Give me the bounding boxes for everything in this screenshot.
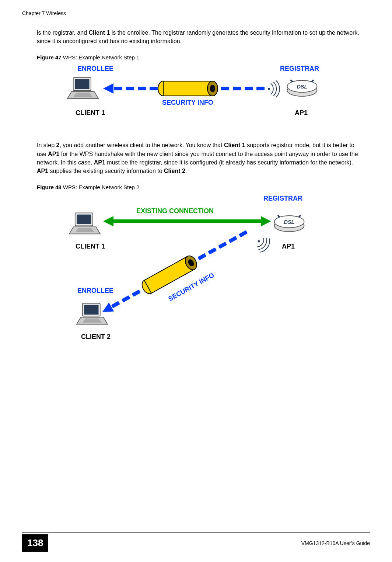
text-bold: Client 1 [89,30,110,36]
tube-icon [157,80,219,97]
svg-text:DSL: DSL [284,219,295,225]
wifi-icon [265,80,284,98]
laptop-icon [68,211,101,237]
green-line [113,219,261,223]
client1-label: CLIENT 1 [76,243,105,250]
svg-point-7 [210,85,215,92]
dashed-line [197,230,248,260]
guide-name: VMG1312-B10A User’s Guide [301,540,370,546]
wifi-icon [251,232,276,257]
figure-number: Figure 48 [37,184,62,190]
laptop-icon [66,76,99,102]
svg-rect-1 [75,79,89,89]
svg-text:DSL: DSL [297,84,308,90]
text-bold: Client 1 [224,142,245,148]
text: . [185,168,187,174]
dashed-line [111,289,141,308]
figure-number: Figure 47 [37,54,62,60]
text: , you add another wireless client to the… [59,142,224,148]
svg-marker-27 [83,319,102,323]
page-footer: 138 VMG1312-B10A User’s Guide [22,532,370,552]
text-bold: AP1 [48,151,59,157]
paragraph-1: is the registrar, and Client 1 is the en… [37,28,363,45]
text-bold: AP1 [94,159,105,166]
dashed-line [114,87,158,90]
text-bold: Client 2 [164,168,185,174]
page-header: Chapter 7 Wireless [22,10,370,18]
arrow-left-icon [103,83,113,94]
text: In step [37,142,56,148]
figure-title: WPS: Example Network Step 1 [62,54,140,60]
svg-rect-5 [163,81,213,96]
client1-label: CLIENT 1 [76,109,105,117]
laptop-icon [76,302,109,327]
page-number: 138 [22,534,48,552]
security-info-label: SECURITY INFO [162,99,213,107]
router-icon: DSL [273,211,306,233]
registrar-label: REGISTRAR [280,65,319,73]
text-bold: AP1 [37,168,48,174]
arrow-right-icon [261,216,271,226]
arrow-left-icon [103,216,113,226]
svg-rect-25 [84,305,98,315]
figure-title: WPS: Example Network Step 2 [62,184,140,190]
svg-marker-3 [73,93,93,97]
registrar-label: REGISTRAR [263,195,302,202]
router-icon: DSL [286,76,319,98]
figure48: REGISTRAR EXISTING CONNECTION DSL [44,195,355,350]
text: must be the registrar, since it is confi… [105,159,353,166]
text: supplies the existing security informati… [48,168,164,174]
svg-point-8 [268,88,270,90]
figure48-caption: Figure 48 WPS: Example Network Step 2 [37,184,370,190]
client2-label: CLIENT 2 [81,333,111,341]
enrollee-label: ENROLLEE [77,65,113,73]
svg-point-19 [258,240,260,243]
dashed-line [221,87,265,90]
figure47: ENROLLEE REGISTRAR [44,65,355,128]
text: is the registrar, and [37,30,89,36]
svg-rect-13 [77,215,91,224]
enrollee-label: ENROLLEE [77,287,113,295]
paragraph-2: In step 2, you add another wireless clie… [37,141,363,175]
existing-connection-label: EXISTING CONNECTION [136,207,214,215]
ap1-label: AP1 [282,243,295,250]
ap1-label: AP1 [295,109,308,117]
chapter-title: Chapter 7 Wireless [22,10,66,16]
figure47-caption: Figure 47 WPS: Example Network Step 1 [37,54,370,60]
svg-marker-15 [75,228,95,232]
